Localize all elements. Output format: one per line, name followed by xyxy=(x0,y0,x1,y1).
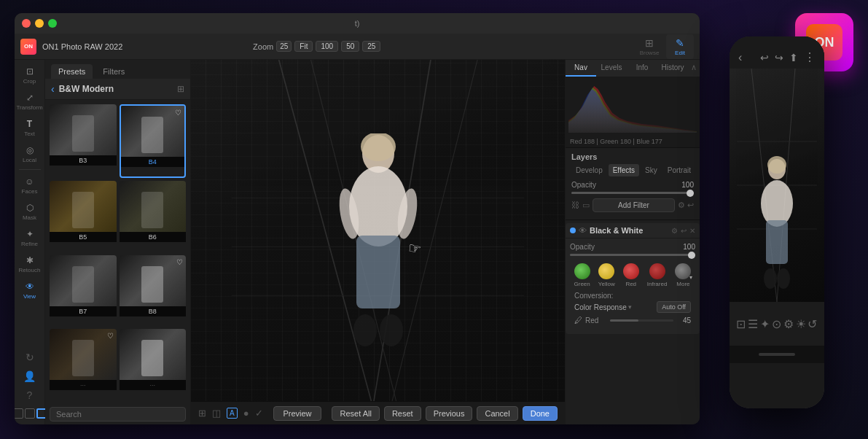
presets-tab[interactable]: Presets xyxy=(51,64,93,79)
rect-icon[interactable]: ▭ xyxy=(582,201,590,210)
sky-tab[interactable]: Sky xyxy=(641,164,662,176)
levels-tab[interactable]: Levels xyxy=(596,60,627,77)
mask-tool[interactable]: ⬡ Mask xyxy=(16,199,44,224)
preview-button[interactable]: Preview xyxy=(273,406,321,421)
nav-tab[interactable]: Nav xyxy=(566,60,596,77)
compare-icon[interactable]: ◫ xyxy=(212,408,221,419)
reset-all-button[interactable]: Reset All xyxy=(332,406,379,421)
preset-b4[interactable]: ♡ B4 xyxy=(120,104,187,178)
filters-tab[interactable]: Filters xyxy=(95,64,132,79)
faces-tool[interactable]: ☺ Faces xyxy=(16,173,44,198)
filter-undo-icon[interactable]: ↩ xyxy=(681,227,687,235)
preset-extra1[interactable]: ♡ ··· xyxy=(50,329,117,400)
opacity-thumb[interactable] xyxy=(687,190,694,197)
green-wheel[interactable] xyxy=(574,263,590,279)
panel-toggle-2[interactable] xyxy=(25,408,35,419)
app-logo: ON xyxy=(20,39,36,55)
browse-tool[interactable]: ⊞ Browse xyxy=(636,34,663,59)
crop-tool[interactable]: ⊡ Crop xyxy=(16,63,44,88)
phone-brush-icon[interactable]: ⊙ xyxy=(772,317,781,331)
panel-expand-icon[interactable]: ∧ xyxy=(688,60,700,77)
red-wheel[interactable] xyxy=(623,263,639,279)
retouch-tool[interactable]: ✱ Retouch xyxy=(16,252,44,276)
phone-share-icon[interactable]: ⬆ xyxy=(789,52,798,63)
preset-b5[interactable]: B5 xyxy=(50,181,117,252)
add-filter-button[interactable]: Add Filter xyxy=(593,198,675,212)
refine-tool[interactable]: ✦ Refine xyxy=(16,225,44,250)
chain-icon[interactable]: ⛓ xyxy=(571,201,579,210)
panel-toggle-1[interactable] xyxy=(15,408,23,419)
more-wheel[interactable]: ▾ xyxy=(675,263,691,279)
phone-share-bottom-icon[interactable]: ⚙ xyxy=(783,317,794,331)
back-arrow-icon[interactable]: ‹ xyxy=(51,83,55,95)
check-icon[interactable]: ✓ xyxy=(255,408,263,419)
traffic-lights xyxy=(22,19,57,28)
filter-opacity-slider[interactable] xyxy=(570,254,695,256)
undo-icon[interactable]: ↩ xyxy=(687,201,694,210)
filter-opacity-thumb[interactable] xyxy=(688,252,695,259)
info-tab[interactable]: Info xyxy=(627,60,657,77)
help-tool[interactable]: ? xyxy=(24,386,36,404)
done-button[interactable]: Done xyxy=(523,406,558,421)
grid-icon[interactable]: ⊞ xyxy=(198,408,206,419)
user-tool[interactable]: 👤 xyxy=(20,368,39,385)
preset-b3[interactable]: B3 xyxy=(50,104,117,178)
local-tab[interactable]: Local xyxy=(697,164,700,176)
phone-back-icon[interactable]: ‹ xyxy=(738,51,742,64)
search-input[interactable] xyxy=(50,407,186,421)
infrared-wheel[interactable] xyxy=(649,263,665,279)
dropper-icon[interactable]: 🖊 xyxy=(574,316,582,325)
phone-adjust-icon[interactable]: ☰ xyxy=(748,317,758,331)
maximize-button[interactable] xyxy=(48,19,57,28)
preset-extra2[interactable]: ··· xyxy=(120,329,187,400)
more-label: More xyxy=(676,281,689,287)
phone-reset-icon[interactable]: ↺ xyxy=(808,317,817,331)
rotate-tool[interactable]: ↻ xyxy=(23,349,37,366)
develop-tab[interactable]: Develop xyxy=(571,164,607,176)
grid-view-icon[interactable]: ⊞ xyxy=(177,84,184,94)
close-button[interactable] xyxy=(22,19,31,28)
filter-settings-icon[interactable]: ⚙ xyxy=(671,227,678,235)
previous-button[interactable]: Previous xyxy=(426,406,473,421)
auto-off-button[interactable]: Auto Off xyxy=(657,301,691,313)
history-tab[interactable]: History xyxy=(657,60,688,77)
zoom-100-button[interactable]: 100 xyxy=(316,41,338,52)
settings-icon[interactable]: ⚙ xyxy=(678,201,685,210)
transform-label: Transform xyxy=(16,104,42,111)
preset-b8[interactable]: ♡ B8 xyxy=(120,255,187,326)
fit-button[interactable]: Fit xyxy=(294,41,313,52)
local-tool[interactable]: ◎ Local xyxy=(16,141,44,166)
transform-tool[interactable]: ⤢ Transform xyxy=(16,89,44,114)
portrait-tab[interactable]: Portrait xyxy=(663,164,695,176)
zoom-select[interactable]: 25 xyxy=(276,41,292,52)
preset-thumb-figure-b7 xyxy=(72,266,94,303)
reset-button[interactable]: Reset xyxy=(384,406,421,421)
filter-visibility-icon[interactable]: 👁 xyxy=(579,226,587,235)
minimize-button[interactable] xyxy=(35,19,44,28)
phone-undo-icon[interactable]: ↩ xyxy=(760,52,769,63)
phone-more-icon[interactable]: ⋮ xyxy=(804,50,816,64)
edit-tool[interactable]: ✎ Edit xyxy=(666,34,694,59)
left-sidebar: ⊡ Crop ⤢ Transform T Text ◎ Local ☺ xyxy=(15,60,45,424)
red-channel-slider[interactable] xyxy=(610,319,673,322)
effects-tab[interactable]: Effects xyxy=(609,164,639,176)
preset-b6[interactable]: B6 xyxy=(120,181,187,252)
edit-icon: ✎ xyxy=(676,37,684,49)
phone-redo-icon[interactable]: ↪ xyxy=(775,52,783,63)
zoom-25-button[interactable]: 25 xyxy=(362,41,380,52)
yellow-wheel[interactable] xyxy=(598,263,614,279)
filter-close-icon[interactable]: ✕ xyxy=(689,227,695,235)
filter-action-icons: ⚙ ↩ ✕ xyxy=(671,227,695,235)
preset-b7[interactable]: B7 xyxy=(50,255,117,326)
zoom-50-button[interactable]: 50 xyxy=(341,41,359,52)
circle-icon[interactable]: ● xyxy=(243,408,249,419)
presets-tabs: Presets Filters xyxy=(45,60,190,79)
view-tool[interactable]: 👁 View xyxy=(16,278,44,303)
phone-fx-icon[interactable]: ✦ xyxy=(760,317,770,331)
cancel-button[interactable]: Cancel xyxy=(477,406,517,421)
opacity-slider[interactable] xyxy=(571,192,694,194)
phone-crop-icon[interactable]: ⊡ xyxy=(736,317,746,331)
text-tool[interactable]: T Text xyxy=(16,115,44,140)
phone-sun-icon[interactable]: ☀ xyxy=(796,317,806,331)
frame-icon[interactable]: A xyxy=(227,408,238,419)
